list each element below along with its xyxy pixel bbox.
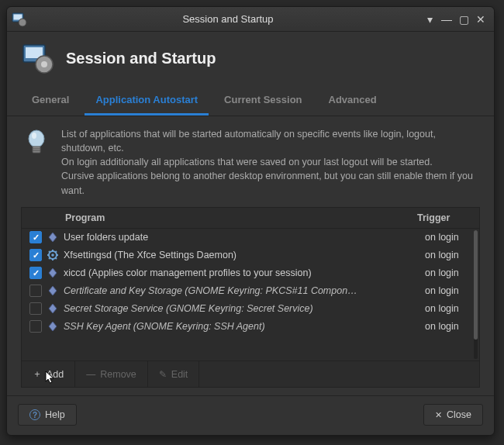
svg-point-7 [29, 130, 44, 147]
row-trigger: on login [425, 285, 471, 296]
edit-button-label: Edit [171, 369, 188, 380]
app-diamond-icon [47, 231, 59, 243]
list-header: Program Trigger [22, 208, 479, 229]
info-row: List of applications that will be starte… [21, 127, 480, 198]
table-row[interactable]: xiccd (Applies color management profiles… [22, 264, 479, 282]
plus-icon: ＋ [33, 367, 42, 381]
row-program-name: Secret Storage Service (GNOME Keyring: S… [64, 303, 425, 314]
app-diamond-icon [47, 302, 59, 315]
table-row[interactable]: Secret Storage Service (GNOME Keyring: S… [22, 300, 479, 318]
svg-point-2 [19, 19, 26, 26]
svg-line-19 [55, 257, 57, 259]
header: Session and Startup [7, 32, 494, 86]
row-program-name: xiccd (Applies color management profiles… [64, 267, 425, 278]
list-body[interactable]: User folders updateon loginXfsettingsd (… [22, 229, 479, 360]
add-button[interactable]: ＋ Add [22, 361, 75, 387]
row-program-name: Xfsettingsd (The Xfce Settings Daemon) [64, 250, 425, 260]
info-text: List of applications that will be starte… [61, 127, 480, 198]
svg-line-20 [49, 257, 50, 259]
app-diamond-icon [47, 267, 59, 279]
close-icon: ✕ [435, 410, 442, 420]
row-checkbox[interactable] [29, 285, 42, 297]
tab-body: List of applications that will be starte… [7, 116, 494, 395]
scrollbar[interactable] [474, 230, 478, 359]
page-title: Session and Startup [66, 50, 216, 67]
table-row[interactable]: User folders updateon login [22, 229, 479, 247]
tab-application-autostart[interactable]: Application Autostart [85, 86, 209, 116]
row-checkbox[interactable] [29, 320, 42, 333]
close-window-button[interactable]: ✕ [475, 13, 486, 26]
footer: ? Help ✕ Close [7, 395, 494, 435]
help-icon: ? [29, 409, 40, 420]
edit-button[interactable]: ✎ Edit [148, 361, 200, 387]
row-program-name: Certificate and Key Storage (GNOME Keyri… [64, 285, 425, 296]
svg-point-13 [51, 254, 54, 257]
tabs: General Application Autostart Current Se… [7, 86, 494, 116]
svg-line-21 [55, 251, 57, 253]
row-trigger: on login [425, 250, 471, 260]
row-checkbox[interactable] [29, 231, 42, 243]
gear-icon [47, 249, 59, 261]
tab-advanced[interactable]: Advanced [318, 86, 388, 116]
close-button-label: Close [447, 409, 471, 420]
window-title: Session and Startup [32, 13, 424, 25]
svg-line-18 [49, 251, 50, 253]
column-program[interactable]: Program [62, 212, 417, 223]
menu-button[interactable]: ▾ [424, 13, 435, 26]
pencil-icon: ✎ [159, 369, 167, 380]
table-row[interactable]: SSH Key Agent (GNOME Keyring: SSH Agent)… [22, 318, 479, 336]
column-trigger[interactable]: Trigger [417, 212, 471, 223]
row-checkbox[interactable] [29, 302, 42, 315]
remove-button-label: Remove [100, 369, 136, 380]
app-diamond-icon [47, 320, 59, 333]
help-button-label: Help [45, 409, 65, 420]
close-button[interactable]: ✕ Close [423, 404, 483, 426]
row-checkbox[interactable] [29, 249, 42, 261]
svg-point-8 [32, 133, 36, 139]
row-trigger: on login [425, 303, 471, 314]
header-icon [21, 41, 55, 75]
minus-icon: — [86, 369, 95, 380]
row-checkbox[interactable] [29, 267, 42, 279]
table-row[interactable]: Certificate and Key Storage (GNOME Keyri… [22, 282, 479, 300]
app-icon [12, 12, 27, 27]
lightbulb-icon [21, 127, 52, 158]
row-trigger: on login [425, 267, 471, 278]
row-trigger: on login [425, 232, 471, 243]
row-trigger: on login [425, 321, 471, 332]
scrollbar-thumb[interactable] [474, 230, 478, 340]
remove-button[interactable]: — Remove [75, 361, 148, 387]
app-diamond-icon [47, 285, 59, 297]
help-button[interactable]: ? Help [18, 404, 77, 426]
session-startup-window: Session and Startup ▾ — ▢ ✕ Session and … [6, 6, 495, 436]
row-program-name: SSH Key Agent (GNOME Keyring: SSH Agent) [64, 321, 425, 332]
autostart-list-panel: Program Trigger User folders updateon lo… [21, 207, 480, 388]
tab-general[interactable]: General [21, 86, 80, 116]
tab-current-session[interactable]: Current Session [213, 86, 312, 116]
maximize-button[interactable]: ▢ [458, 13, 469, 26]
svg-rect-9 [33, 147, 40, 153]
svg-point-6 [41, 61, 47, 67]
titlebar[interactable]: Session and Startup ▾ — ▢ ✕ [7, 7, 494, 32]
minimize-button[interactable]: — [441, 13, 452, 26]
list-toolbar: ＋ Add — Remove ✎ Edit [22, 360, 479, 387]
add-button-label: Add [47, 369, 64, 380]
table-row[interactable]: Xfsettingsd (The Xfce Settings Daemon)on… [22, 247, 479, 264]
row-program-name: User folders update [64, 232, 425, 243]
